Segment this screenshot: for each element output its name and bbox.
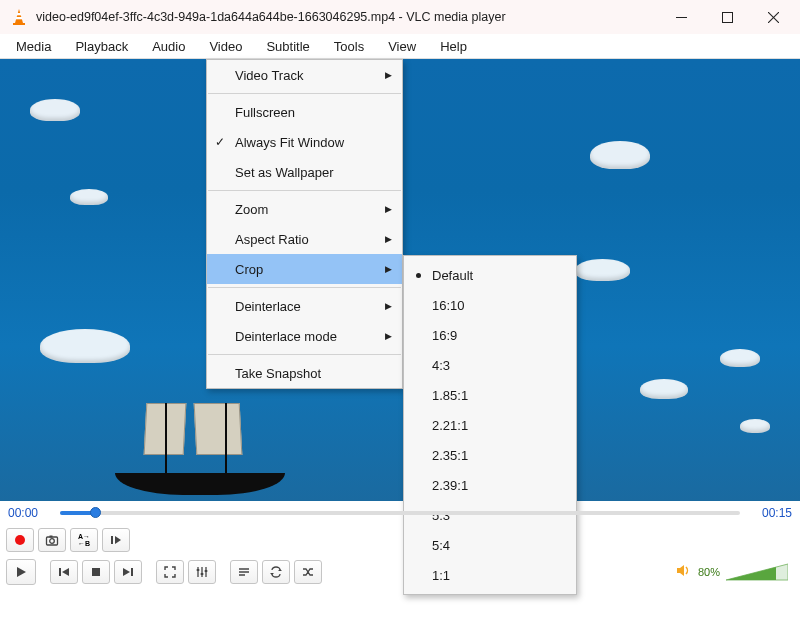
previous-button[interactable] <box>50 560 78 584</box>
menuitem-label: Always Fit Window <box>235 135 344 150</box>
vlc-cone-icon <box>10 8 28 26</box>
menu-video[interactable]: Video <box>197 35 254 58</box>
iceberg-decoration <box>720 349 760 367</box>
titlebar: video-ed9f04ef-3ffc-4c3d-949a-1da644a644… <box>0 0 800 34</box>
crop-option-239-1[interactable]: 2.39:1 <box>404 470 576 500</box>
crop-option-185-1[interactable]: 1.85:1 <box>404 380 576 410</box>
crop-option-default[interactable]: Default <box>404 260 576 290</box>
check-icon: ✓ <box>215 135 225 149</box>
menu-view[interactable]: View <box>376 35 428 58</box>
svg-rect-11 <box>50 536 53 538</box>
aux-controls: A→←B <box>0 525 800 555</box>
shuffle-button[interactable] <box>294 560 322 584</box>
menu-media[interactable]: Media <box>4 35 63 58</box>
volume-control: 80% <box>675 562 788 582</box>
submenu-arrow-icon: ▶ <box>385 264 392 274</box>
menuitem-label: Fullscreen <box>235 105 295 120</box>
menu-help[interactable]: Help <box>428 35 479 58</box>
radio-selected-icon <box>416 273 421 278</box>
menuitem-crop[interactable]: Crop▶ <box>207 254 402 284</box>
svg-rect-5 <box>722 12 732 22</box>
svg-marker-0 <box>15 9 23 23</box>
svg-marker-13 <box>115 536 121 544</box>
playlist-button[interactable] <box>230 560 258 584</box>
menu-playback[interactable]: Playback <box>63 35 140 58</box>
svg-rect-3 <box>13 23 25 25</box>
maximize-button[interactable] <box>704 0 750 34</box>
menu-separator <box>208 287 401 288</box>
stop-button[interactable] <box>82 560 110 584</box>
crop-option-16-9[interactable]: 16:9 <box>404 320 576 350</box>
menuitem-take-snapshot[interactable]: Take Snapshot <box>207 358 402 388</box>
next-button[interactable] <box>114 560 142 584</box>
menuitem-set-wallpaper[interactable]: Set as Wallpaper <box>207 157 402 187</box>
close-button[interactable] <box>750 0 796 34</box>
speaker-icon[interactable] <box>675 562 692 582</box>
frame-step-button[interactable] <box>102 528 130 552</box>
iceberg-decoration <box>70 189 108 205</box>
minimize-button[interactable] <box>658 0 704 34</box>
menuitem-zoom[interactable]: Zoom▶ <box>207 194 402 224</box>
svg-rect-17 <box>92 568 100 576</box>
menuitem-label: 2.39:1 <box>432 478 468 493</box>
volume-slider[interactable] <box>726 562 788 582</box>
svg-rect-23 <box>197 569 200 571</box>
svg-rect-12 <box>111 536 113 544</box>
crop-option-221-1[interactable]: 2.21:1 <box>404 410 576 440</box>
menuitem-label: 5:4 <box>432 538 450 553</box>
main-controls: 80% <box>0 555 800 589</box>
crop-option-1-1[interactable]: 1:1 <box>404 560 576 590</box>
menuitem-deinterlace[interactable]: Deinterlace▶ <box>207 291 402 321</box>
seek-thumb[interactable] <box>90 507 101 518</box>
menuitem-label: 2.35:1 <box>432 448 468 463</box>
iceberg-decoration <box>640 379 688 399</box>
time-total[interactable]: 00:15 <box>748 506 792 520</box>
svg-rect-19 <box>131 568 133 576</box>
menuitem-fullscreen[interactable]: Fullscreen <box>207 97 402 127</box>
menu-tools[interactable]: Tools <box>322 35 376 58</box>
menuitem-label: Take Snapshot <box>235 366 321 381</box>
menuitem-deinterlace-mode[interactable]: Deinterlace mode▶ <box>207 321 402 351</box>
fullscreen-button[interactable] <box>156 560 184 584</box>
crop-option-4-3[interactable]: 4:3 <box>404 350 576 380</box>
iceberg-decoration <box>40 329 130 363</box>
svg-rect-24 <box>201 573 204 575</box>
svg-marker-29 <box>278 569 282 571</box>
seek-slider[interactable] <box>60 508 740 518</box>
crop-option-5-4[interactable]: 5:4 <box>404 530 576 560</box>
crop-option-235-1[interactable]: 2.35:1 <box>404 440 576 470</box>
menu-subtitle[interactable]: Subtitle <box>254 35 321 58</box>
submenu-arrow-icon: ▶ <box>385 234 392 244</box>
svg-point-8 <box>15 535 25 545</box>
svg-rect-15 <box>59 568 61 576</box>
snapshot-button[interactable] <box>38 528 66 552</box>
svg-rect-25 <box>205 570 208 572</box>
seek-track <box>60 511 740 515</box>
extended-settings-button[interactable] <box>188 560 216 584</box>
crop-option-16-10[interactable]: 16:10 <box>404 290 576 320</box>
ab-loop-button[interactable]: A→←B <box>70 528 98 552</box>
ship-decoration <box>105 385 295 495</box>
menuitem-label: 2.21:1 <box>432 418 468 433</box>
menuitem-label: 1.85:1 <box>432 388 468 403</box>
time-elapsed[interactable]: 00:00 <box>8 506 52 520</box>
play-button[interactable] <box>6 559 36 585</box>
menuitem-video-track[interactable]: Video Track▶ <box>207 60 402 90</box>
menuitem-label: Zoom <box>235 202 268 217</box>
crop-submenu: Default 16:10 16:9 4:3 1.85:1 2.21:1 2.3… <box>403 255 577 595</box>
menuitem-label: Crop <box>235 262 263 277</box>
menuitem-label: Deinterlace mode <box>235 329 337 344</box>
menu-separator <box>208 354 401 355</box>
record-button[interactable] <box>6 528 34 552</box>
menu-audio[interactable]: Audio <box>140 35 197 58</box>
window-title: video-ed9f04ef-3ffc-4c3d-949a-1da644a644… <box>36 10 658 24</box>
loop-button[interactable] <box>262 560 290 584</box>
menuitem-always-fit-window[interactable]: ✓Always Fit Window <box>207 127 402 157</box>
svg-marker-16 <box>62 568 69 576</box>
menubar: Media Playback Audio Video Subtitle Tool… <box>0 34 800 59</box>
menuitem-label: 1:1 <box>432 568 450 583</box>
submenu-arrow-icon: ▶ <box>385 301 392 311</box>
svg-rect-1 <box>17 13 21 15</box>
menuitem-label: Video Track <box>235 68 303 83</box>
menuitem-aspect-ratio[interactable]: Aspect Ratio▶ <box>207 224 402 254</box>
